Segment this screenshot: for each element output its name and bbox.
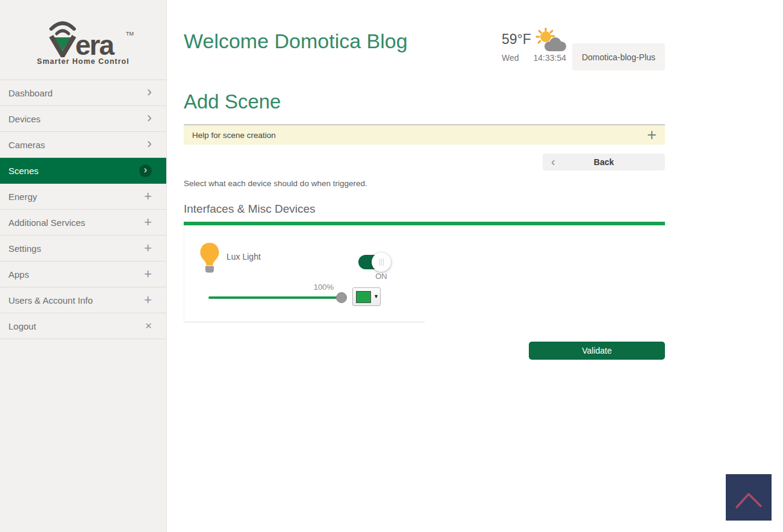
- brightness-slider[interactable]: [208, 296, 342, 299]
- sidebar-item-label: Settings: [8, 243, 41, 254]
- sidebar-item-label: Apps: [8, 269, 29, 280]
- sidebar-item-devices[interactable]: Devices›: [0, 106, 166, 132]
- svg-text:TM: TM: [126, 31, 134, 37]
- device-name: Lux Light: [226, 252, 261, 261]
- sidebar-item-dashboard[interactable]: Dashboard›: [0, 80, 166, 106]
- sidebar-item-label: Energy: [8, 192, 37, 202]
- vera-logo-icon: era TM: [30, 19, 137, 57]
- temperature: 59°F: [502, 28, 531, 48]
- chevron-left-icon: ‹: [551, 155, 555, 169]
- sidebar-item-label: Cameras: [8, 140, 45, 150]
- chevron-right-circle-icon: ›: [139, 164, 152, 177]
- page-title: Add Scene: [184, 90, 281, 113]
- sidebar-item-additional-services[interactable]: Additional Services+: [0, 210, 166, 236]
- brightness-value: 100%: [299, 283, 334, 292]
- plus-icon: +: [144, 268, 152, 280]
- chevron-up-icon: [732, 484, 766, 511]
- sidebar-item-cameras[interactable]: Cameras›: [0, 132, 166, 158]
- sidebar-item-apps[interactable]: Apps+: [0, 261, 166, 287]
- sidebar-item-label: Logout: [8, 321, 36, 331]
- sidebar-item-label: Scenes: [8, 166, 39, 176]
- svg-text:era: era: [75, 30, 114, 57]
- corner-chevron-up-button[interactable]: [726, 474, 772, 521]
- help-bar[interactable]: Help for scene creation +: [184, 124, 665, 145]
- expand-plus-icon[interactable]: +: [647, 127, 657, 143]
- sidebar-item-logout[interactable]: Logout×: [0, 313, 166, 339]
- controller-select-button[interactable]: Domotica-blog-Plus: [572, 43, 665, 70]
- weather-time: 14:33:54: [534, 53, 567, 63]
- chevron-right-icon: ›: [147, 86, 152, 100]
- sidebar-item-settings[interactable]: Settings+: [0, 236, 166, 261]
- plus-icon: +: [144, 294, 152, 306]
- section-title: Interfaces & Misc Devices: [184, 202, 316, 216]
- sidebar-item-label: Dashboard: [8, 88, 52, 98]
- device-power-toggle[interactable]: [358, 255, 384, 269]
- instruction-text: Select what each device should do when t…: [184, 179, 367, 188]
- sidebar-menu: Dashboard›Devices›Cameras›Scenes›Energy+…: [0, 80, 166, 339]
- sidebar-item-energy[interactable]: Energy+: [0, 184, 166, 210]
- lightbulb-icon: [199, 242, 220, 274]
- weather-day: Wed: [502, 53, 519, 63]
- color-swatch: [356, 291, 371, 303]
- validate-button[interactable]: Validate: [529, 342, 665, 360]
- chevron-right-icon: ›: [147, 111, 152, 126]
- dropdown-arrow-icon: ▼: [373, 294, 379, 299]
- sidebar-item-scenes[interactable]: Scenes›: [0, 158, 166, 184]
- sidebar-item-label: Additional Services: [8, 217, 86, 228]
- toggle-state-label: ON: [368, 272, 395, 281]
- help-bar-label: Help for scene creation: [192, 131, 276, 140]
- back-button[interactable]: ‹ Back: [543, 154, 665, 171]
- sidebar: era TM Smarter Home Control Dashboard›De…: [0, 0, 167, 532]
- welcome-heading: Welcome Domotica Blog: [184, 30, 413, 52]
- main-content: Welcome Domotica Blog 59°F: [167, 0, 783, 532]
- close-icon: ×: [145, 320, 152, 332]
- device-card: Lux Light ON 100% ▼: [184, 225, 425, 322]
- sidebar-item-label: Devices: [8, 114, 40, 124]
- slider-handle[interactable]: [336, 292, 347, 303]
- sidebar-item-label: Users & Account Info: [8, 295, 93, 305]
- sidebar-item-users-account-info[interactable]: Users & Account Info+: [0, 287, 166, 313]
- plus-icon: +: [144, 190, 152, 202]
- back-button-label: Back: [594, 157, 614, 167]
- partly-cloudy-icon: [535, 28, 567, 53]
- vera-logo: era TM Smarter Home Control: [0, 0, 166, 80]
- chevron-right-icon: ›: [147, 137, 152, 152]
- toggle-knob[interactable]: [372, 252, 391, 272]
- plus-icon: +: [144, 216, 152, 228]
- color-picker-dropdown[interactable]: ▼: [352, 287, 381, 306]
- plus-icon: +: [144, 242, 152, 254]
- logo-tagline: Smarter Home Control: [37, 57, 129, 66]
